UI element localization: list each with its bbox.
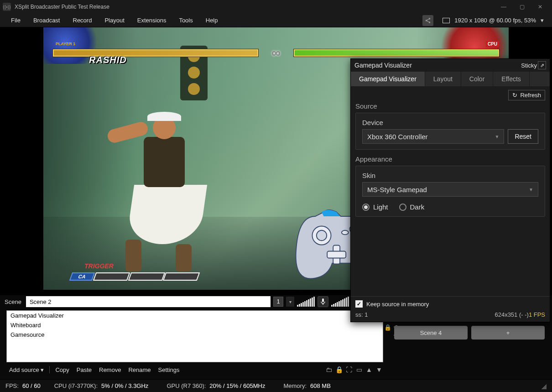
minimize-button[interactable]: — [495, 0, 513, 14]
player1-tag: PLAYER 1 [53, 41, 78, 47]
menu-playout[interactable]: Playout [98, 14, 130, 26]
tab-color[interactable]: Color [461, 72, 493, 86]
healthbar-player1: PLAYER 1 [52, 49, 259, 57]
svg-rect-17 [323, 303, 323, 305]
monitor-icon [443, 18, 450, 23]
menu-broadcast[interactable]: Broadcast [27, 14, 67, 26]
keep-memory-checkbox[interactable]: ✓ [355, 300, 363, 308]
gamepad-visualizer-panel: Gamepad Visualizer Sticky ⇗ Gamepad Visu… [350, 58, 550, 322]
fps-value: 60 / 60 [22, 382, 41, 389]
resolution-text: 1920 x 1080 @ 60.00 fps, 53% [454, 17, 536, 24]
scene-label: Scene [5, 298, 21, 305]
skin-value: MS-Style Gamepad [367, 186, 427, 193]
sticky-label: Sticky [521, 62, 537, 69]
svg-point-2 [429, 21, 431, 23]
tab-visualizer[interactable]: Gamepad Visualizer [351, 72, 425, 86]
source-box: Device Xbox 360 Controller ▼ Reset [355, 113, 545, 150]
move-up-icon[interactable]: ▲ [365, 366, 373, 374]
reset-button[interactable]: Reset [508, 129, 538, 144]
add-source-button[interactable]: Add source ▾ [6, 366, 47, 374]
expand-icon[interactable]: ⛶ [345, 366, 353, 374]
fps-label: FPS: [5, 382, 19, 389]
pin-icon[interactable]: ⇗ [538, 61, 546, 69]
panel-header[interactable]: Gamepad Visualizer Sticky ⇗ [351, 59, 550, 72]
svg-rect-16 [322, 298, 324, 302]
svg-point-0 [429, 18, 431, 20]
source-item[interactable]: Gamepad Visualizer [7, 311, 383, 320]
timer-infinity: ∞ [262, 46, 290, 60]
scene-number-dropdown[interactable]: ▾ [286, 297, 294, 307]
menu-help[interactable]: Help [199, 14, 224, 26]
settings-button[interactable]: Settings [156, 366, 182, 374]
svg-point-1 [426, 20, 427, 21]
scene-switcher: Scene 4 + [394, 319, 545, 340]
microphone-icon[interactable] [318, 296, 328, 307]
maximize-button[interactable]: ▢ [513, 0, 531, 14]
sources-panel[interactable]: Gamepad Visualizer Whiteboard Gamesource [6, 310, 383, 362]
speaker-volume-meter[interactable] [297, 297, 315, 307]
refresh-icon: ↻ [512, 92, 517, 99]
appearance-box: Skin MS-Style Gamepad ▼ Light Dark [355, 166, 545, 217]
sources-toolbar: Add source ▾ Copy Paste Remove Rename Se… [6, 364, 383, 375]
menu-extensions[interactable]: Extensions [131, 14, 173, 26]
svg-rect-6 [327, 251, 346, 258]
refresh-button[interactable]: ↻ Refresh [508, 90, 545, 100]
source-item[interactable]: Whiteboard [7, 320, 383, 330]
device-select[interactable]: Xbox 360 Controller ▼ [362, 129, 504, 144]
menu-file[interactable]: File [5, 14, 27, 26]
add-scene-button[interactable]: + [471, 326, 545, 340]
scene-name-input[interactable] [26, 296, 271, 307]
menu-tools[interactable]: Tools [172, 14, 199, 26]
rename-button[interactable]: Rename [125, 366, 153, 374]
radio-icon [399, 204, 406, 211]
cpu-value: 5% / 0% / 3.3GHz [101, 382, 148, 389]
appearance-section-title: Appearance [355, 155, 545, 163]
panel-footer: ✓ Keep source in memory [351, 296, 550, 309]
ca-label: CA [69, 272, 95, 281]
chevron-down-icon: ▼ [495, 134, 500, 139]
folder-icon[interactable]: 🗀 [325, 366, 333, 374]
move-down-icon[interactable]: ▼ [375, 366, 383, 374]
resolution-dropdown[interactable]: 1920 x 1080 @ 60.00 fps, 53% ▾ [443, 17, 547, 24]
mic-volume-meter[interactable] [331, 297, 349, 307]
ca-meter: TRIGGER CA [71, 262, 198, 281]
info-dimensions: 624x351 (- -) [495, 311, 528, 318]
character-name: RASHID [89, 55, 127, 65]
theme-dark-radio[interactable]: Dark [399, 203, 425, 211]
skin-label: Skin [362, 172, 538, 179]
remove-button[interactable]: Remove [96, 366, 124, 374]
gpu-label: GPU (R7 360): [167, 382, 206, 389]
healthbar-cpu: CPU [293, 49, 500, 57]
statusbar: FPS: 60 / 60 CPU (i7-3770K): 5% / 0% / 3… [0, 379, 552, 392]
panel-tabs: Gamepad Visualizer Layout Color Effects [351, 72, 550, 86]
frame-icon[interactable]: ▭ [355, 366, 363, 374]
device-value: Xbox 360 Controller [367, 133, 428, 141]
close-button[interactable]: ✕ [531, 0, 549, 14]
lock-icon[interactable]: 🔒 [384, 324, 391, 331]
scene-button-4[interactable]: Scene 4 [394, 326, 468, 340]
source-item[interactable]: Gamesource [7, 330, 383, 340]
menubar: File Broadcast Record Playout Extensions… [0, 14, 552, 27]
share-icon[interactable] [422, 15, 433, 26]
svg-point-13 [342, 230, 349, 235]
theme-light-radio[interactable]: Light [362, 203, 388, 211]
scene-row: Scene 1 ▾ [5, 295, 349, 308]
skin-select[interactable]: MS-Style Gamepad ▼ [362, 182, 538, 197]
keep-memory-label: Keep source in memory [366, 301, 429, 308]
chevron-down-icon: ▼ [529, 187, 533, 192]
panel-info-bar: ss: 1 624x351 (- -) 1 FPS [351, 309, 550, 322]
tab-layout[interactable]: Layout [425, 72, 461, 86]
resize-grip-icon[interactable] [540, 383, 547, 389]
radio-icon [362, 204, 370, 211]
scene-number-box[interactable]: 1 [273, 297, 283, 307]
tab-effects[interactable]: Effects [493, 72, 530, 86]
app-logo-icon: ((•)) [3, 3, 11, 11]
paste-button[interactable]: Paste [74, 366, 94, 374]
cpu-tag: CPU [486, 41, 499, 47]
device-label: Device [362, 119, 538, 126]
menu-record[interactable]: Record [67, 14, 99, 26]
lock-all-icon[interactable]: 🔒 [335, 366, 343, 374]
gpu-value: 20% / 15% / 605MHz [209, 382, 265, 389]
copy-button[interactable]: Copy [52, 366, 72, 374]
chevron-down-icon: ▾ [41, 366, 44, 373]
